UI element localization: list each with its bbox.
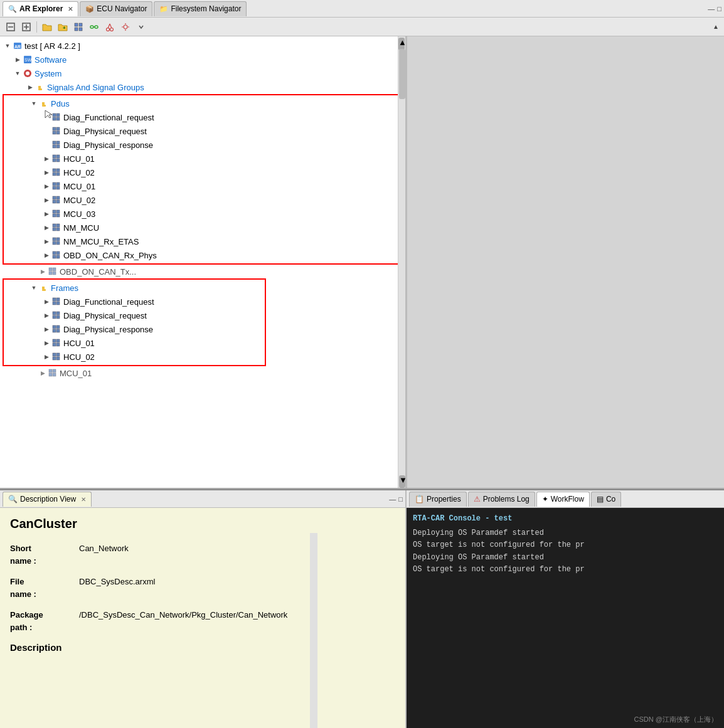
minimize-btn[interactable]: — bbox=[708, 5, 715, 13]
tab-console-abbrev[interactable]: ▤ Co bbox=[591, 492, 621, 507]
tab-workflow[interactable]: ✦ WorkFlow bbox=[536, 492, 590, 507]
obd-can-rx-expand[interactable]: ▶ bbox=[41, 250, 51, 260]
tab-ecu-navigator[interactable]: 📦 ECU Navigator bbox=[80, 1, 152, 16]
scrollbar-up-arrow[interactable]: ▲ bbox=[398, 38, 405, 50]
tree-diag-phys-req[interactable]: ▶ Diag_Physical_request bbox=[4, 124, 402, 138]
nm-mcu-rx-expand[interactable]: ▶ bbox=[41, 236, 51, 246]
tab-filesystem-navigator-label: Filesystem Navigator bbox=[171, 4, 241, 13]
svg-rect-96 bbox=[56, 353, 60, 356]
open-folder-button[interactable] bbox=[40, 20, 54, 34]
svg-rect-76 bbox=[49, 272, 52, 275]
svg-rect-78 bbox=[42, 289, 46, 291]
tree-nm-mcu[interactable]: ▶ NM_MCU bbox=[4, 221, 402, 235]
grid-button[interactable] bbox=[72, 20, 85, 34]
desc-view-close[interactable]: ✕ bbox=[81, 496, 86, 503]
mcu03-expand[interactable]: ▶ bbox=[41, 209, 51, 219]
watermark-text: CSDN @江南侠客（上海） bbox=[634, 715, 718, 724]
settings-button[interactable] bbox=[119, 20, 132, 34]
scrollbar-down-arrow[interactable]: ▼ bbox=[399, 475, 405, 488]
pdus-expand-btn[interactable]: ▼ bbox=[29, 98, 39, 108]
tree-frames-diag-phys-resp[interactable]: ▶ Diag_Physical_response bbox=[4, 322, 265, 336]
tree-diag-phys-resp[interactable]: ▶ Diag_Physical_response bbox=[4, 138, 402, 152]
svg-rect-59 bbox=[56, 210, 60, 213]
collapse-all-button[interactable] bbox=[4, 20, 18, 34]
frames-hcu02-expand[interactable]: ▶ bbox=[41, 352, 51, 362]
console-line-2: OS target is not configured for the pr bbox=[413, 539, 718, 551]
scrollbar-thumb[interactable] bbox=[399, 49, 405, 99]
tree-scroll[interactable]: ▼ AR test [ AR 4.2.2 ] ▶ SW Software bbox=[0, 36, 405, 488]
mcu01-expand[interactable]: ▶ bbox=[41, 181, 51, 191]
frames-hcu01-label: HCU_01 bbox=[63, 339, 95, 348]
tree-hcu-01[interactable]: ▶ HCU_01 bbox=[4, 152, 402, 166]
tree-frames-diag-func[interactable]: ▶ Diag_Functional_request bbox=[4, 295, 265, 309]
tab-description-view[interactable]: 🔍 Description View ✕ bbox=[3, 492, 92, 507]
desc-scrollbar[interactable] bbox=[310, 533, 317, 728]
tree-frames-mcu01-partial[interactable]: ▶ MCU_01 bbox=[0, 366, 405, 380]
tree-scrollbar[interactable]: ▲ ▼ bbox=[398, 36, 405, 488]
frames-mcu01-icon bbox=[48, 368, 58, 378]
mcu02-expand[interactable]: ▶ bbox=[41, 195, 51, 205]
tree-hcu-02[interactable]: ▶ HCU_02 bbox=[4, 166, 402, 179]
frames-expand-btn[interactable]: ▼ bbox=[29, 283, 39, 293]
add-folder-button[interactable]: + bbox=[56, 20, 70, 34]
root-icon: AR bbox=[13, 41, 23, 51]
frames-diag-phys-req-expand[interactable]: ▶ bbox=[41, 310, 51, 320]
tree-frames-diag-phys-req[interactable]: ▶ Diag_Physical_request bbox=[4, 309, 265, 322]
pdus-label: Pdus bbox=[51, 99, 70, 108]
svg-rect-53 bbox=[56, 186, 60, 189]
short-name-value: Can_Network bbox=[79, 542, 129, 555]
link-button[interactable] bbox=[87, 20, 101, 34]
maximize-btn[interactable]: □ bbox=[717, 5, 721, 13]
tab-ar-explorer[interactable]: 🔍 AR Explorer ✕ bbox=[3, 1, 78, 16]
hcu01-expand[interactable]: ▶ bbox=[41, 154, 51, 164]
hcu02-expand[interactable]: ▶ bbox=[41, 167, 51, 177]
tree-pdus-item[interactable]: ▼ Pdus bbox=[4, 97, 402, 110]
pdus-icon bbox=[39, 98, 49, 108]
toolbar: + ▲ bbox=[0, 18, 724, 36]
nm-mcu-expand[interactable]: ▶ bbox=[41, 223, 51, 233]
tree-software-item[interactable]: ▶ SW Software bbox=[0, 53, 405, 66]
frames-mcu01-expand[interactable]: ▶ bbox=[38, 368, 48, 378]
workflow-label: WorkFlow bbox=[551, 495, 584, 504]
tab-problems-log[interactable]: ⚠ Problems Log bbox=[468, 492, 535, 507]
frames-diag-func-expand[interactable]: ▶ bbox=[41, 297, 51, 307]
dropdown-button[interactable] bbox=[134, 20, 148, 34]
tab-ar-explorer-close[interactable]: ✕ bbox=[68, 6, 73, 13]
tree-nm-mcu-rx[interactable]: ▶ NM_MCU_Rx_ETAS bbox=[4, 235, 402, 248]
tree-root-item[interactable]: ▼ AR test [ AR 4.2.2 ] bbox=[0, 39, 405, 53]
frames-hcu02-icon bbox=[51, 352, 61, 362]
frames-diag-func-icon bbox=[51, 297, 61, 307]
tree-diag-func-req[interactable]: ▶ Diag_Functional_request bbox=[4, 110, 402, 124]
tree-obd-can-tx-partial[interactable]: ▶ OBD_ON_CAN_Tx... bbox=[0, 265, 405, 278]
tree-mcu-02[interactable]: ▶ MCU_02 bbox=[4, 193, 402, 207]
desc-minimize-btn[interactable]: — bbox=[389, 495, 396, 503]
svg-rect-70 bbox=[53, 251, 56, 255]
scroll-indicator: ▲ bbox=[713, 23, 720, 30]
ar-explorer-icon: 🔍 bbox=[8, 5, 17, 13]
tree-system-item[interactable]: ▼ System bbox=[0, 66, 405, 80]
signals-expand-btn[interactable]: ▶ bbox=[25, 82, 35, 92]
tree-frames-item[interactable]: ▼ Frames bbox=[4, 281, 265, 295]
tree-signals-item[interactable]: ▶ Signals And Signal Groups bbox=[0, 80, 405, 94]
desc-maximize-btn[interactable]: □ bbox=[398, 495, 403, 503]
tab-properties[interactable]: 📋 Properties bbox=[409, 492, 467, 507]
svg-rect-29 bbox=[42, 105, 46, 107]
hcu02-icon bbox=[51, 167, 61, 177]
tree-frames-hcu-01[interactable]: ▶ HCU_01 bbox=[4, 336, 265, 350]
tree-mcu-03[interactable]: ▶ MCU_03 bbox=[4, 207, 402, 221]
root-expand-btn[interactable]: ▼ bbox=[3, 41, 13, 51]
expand-all-button[interactable] bbox=[19, 20, 33, 34]
software-expand-btn[interactable]: ▶ bbox=[13, 55, 23, 65]
svg-rect-77 bbox=[53, 272, 56, 275]
svg-rect-86 bbox=[56, 315, 60, 319]
frames-diag-phys-resp-expand[interactable]: ▶ bbox=[41, 324, 51, 334]
system-icon bbox=[23, 68, 33, 78]
tab-filesystem-navigator[interactable]: 📁 Filesystem Navigator bbox=[154, 1, 247, 16]
tree-mcu-01[interactable]: ▶ MCU_01 bbox=[4, 179, 402, 193]
system-expand-btn[interactable]: ▼ bbox=[13, 68, 23, 78]
obd-tx-expand[interactable]: ▶ bbox=[38, 266, 48, 277]
cut-button[interactable] bbox=[103, 20, 117, 34]
tree-obd-can-rx[interactable]: ▶ OBD_ON_CAN_Rx_Phys bbox=[4, 248, 402, 262]
tree-frames-hcu-02[interactable]: ▶ HCU_02 bbox=[4, 350, 265, 364]
frames-hcu01-expand[interactable]: ▶ bbox=[41, 338, 51, 348]
